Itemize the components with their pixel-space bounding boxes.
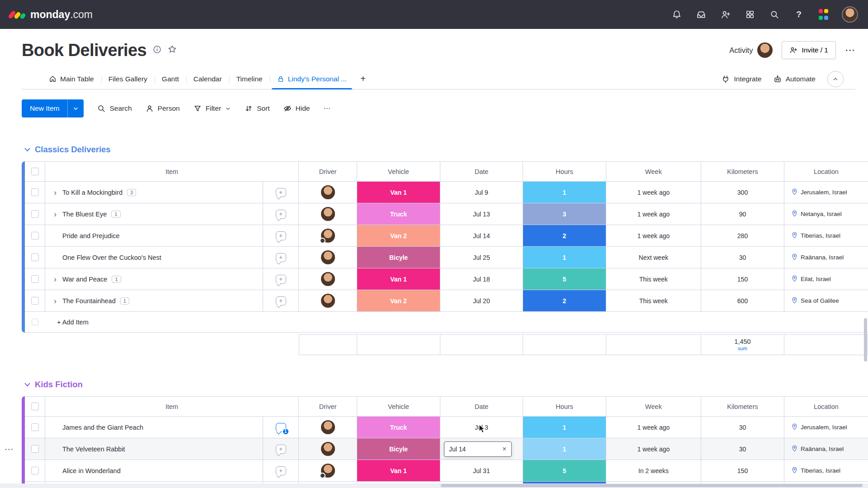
vehicle-label[interactable]: Van 2	[357, 225, 440, 246]
item-cell[interactable]: › The Bluest Eye 1	[45, 203, 263, 225]
kilometers-cell[interactable]: 300	[701, 182, 784, 203]
expand-subitems-icon[interactable]: ›	[51, 275, 60, 283]
vehicle-label[interactable]: Truck	[357, 203, 440, 225]
toolbar-more-icon[interactable]: ⋯	[324, 104, 331, 113]
tab-gantt[interactable]: Gantt	[155, 69, 186, 89]
row-checkbox[interactable]	[31, 423, 39, 431]
search-button[interactable]: Search	[97, 104, 132, 113]
driver-cell[interactable]	[299, 460, 357, 481]
add-update-icon[interactable]: +	[276, 275, 286, 284]
updates-cell[interactable]: +	[263, 438, 299, 460]
week-cell[interactable]: In 2 weeks	[606, 460, 701, 481]
kilometers-sum[interactable]: 1,450 sum	[734, 338, 750, 351]
driver-avatar[interactable]	[321, 250, 335, 264]
item-cell[interactable]: Alice in Wonderland	[45, 460, 263, 481]
hours-cell[interactable]: 1	[523, 182, 606, 203]
column-header-vehicle[interactable]: Vehicle	[357, 162, 440, 181]
hours-cell[interactable]: 1	[523, 247, 606, 268]
tab-files-gallery[interactable]: Files Gallery	[101, 69, 155, 89]
favorite-star-icon[interactable]	[168, 45, 177, 56]
kilometers-cell[interactable]: 150	[701, 268, 784, 290]
date-cell[interactable]: Jul 3	[440, 417, 523, 438]
column-header-item[interactable]: Item	[45, 162, 299, 181]
kilometers-cell[interactable]: 90	[701, 203, 784, 225]
group-collapse-icon[interactable]	[24, 383, 30, 387]
sort-button[interactable]: Sort	[245, 104, 269, 113]
hours-cell[interactable]: 1	[523, 438, 606, 460]
column-header-item[interactable]: Item	[45, 397, 299, 416]
week-cell[interactable]: 1 week ago	[606, 417, 701, 438]
hours-value[interactable]: 1	[523, 247, 606, 268]
add-item-row[interactable]: + Add Item	[25, 312, 868, 333]
expand-subitems-icon[interactable]: ›	[51, 188, 60, 197]
date-cell[interactable]: Jul 14 ✕	[440, 438, 523, 460]
updates-cell[interactable]: +	[263, 268, 299, 290]
add-update-icon[interactable]: +	[276, 466, 286, 475]
inbox-icon[interactable]	[695, 9, 707, 20]
week-cell[interactable]: 1 week ago	[606, 182, 701, 203]
week-cell[interactable]: This week	[606, 268, 701, 290]
close-icon[interactable]: ✕	[502, 446, 507, 452]
vehicle-cell[interactable]: Truck	[357, 417, 440, 438]
location-cell[interactable]: Jerusalem, Israel	[784, 417, 868, 438]
add-update-icon[interactable]: +	[276, 445, 286, 454]
driver-cell[interactable]	[299, 268, 357, 290]
hours-cell[interactable]: 1	[523, 417, 606, 438]
invite-button[interactable]: Invite / 1	[782, 41, 836, 59]
updates-cell[interactable]: 1	[263, 417, 299, 438]
location-cell[interactable]: Raänana, Israel	[784, 247, 868, 268]
new-item-button[interactable]: New Item	[22, 99, 84, 117]
collapse-header-button[interactable]	[827, 71, 844, 87]
row-checkbox[interactable]	[31, 232, 39, 239]
add-update-icon[interactable]: +	[276, 210, 286, 219]
vehicle-cell[interactable]: Van 1	[357, 268, 440, 290]
location-cell[interactable]: Eilat, Israel	[784, 268, 868, 290]
hours-value[interactable]: 1	[523, 438, 606, 460]
new-item-dropdown-icon[interactable]	[67, 99, 84, 117]
tab-lindys-personal[interactable]: Lindy's Personal ...	[270, 69, 354, 89]
driver-avatar[interactable]	[321, 229, 335, 243]
column-header-location[interactable]: Location	[784, 397, 868, 416]
expand-subitems-icon[interactable]: ›	[51, 297, 60, 305]
monday-logo[interactable]: monday.com	[10, 9, 93, 21]
vehicle-label[interactable]: Bicyle	[357, 438, 440, 460]
updates-cell[interactable]: +	[263, 247, 299, 268]
kilometers-cell[interactable]: 600	[701, 290, 784, 311]
tab-timeline[interactable]: Timeline	[229, 69, 270, 89]
products-switcher-icon[interactable]	[817, 9, 829, 20]
expand-subitems-icon[interactable]: ›	[51, 210, 60, 218]
search-icon[interactable]	[769, 9, 780, 20]
updates-cell[interactable]: +	[263, 290, 299, 311]
select-all-checkbox[interactable]	[31, 168, 39, 175]
item-cell[interactable]: James and the Giant Peach	[45, 417, 263, 438]
invite-members-icon[interactable]	[720, 9, 731, 20]
activity-button[interactable]: Activity	[729, 42, 773, 58]
add-update-icon[interactable]: +	[276, 253, 286, 262]
tab-calendar[interactable]: Calendar	[186, 69, 229, 89]
vehicle-cell[interactable]: Van 1	[357, 182, 440, 203]
location-cell[interactable]: Raänana, Israel	[784, 438, 868, 460]
driver-avatar[interactable]	[321, 185, 335, 199]
column-header-driver[interactable]: Driver	[299, 162, 357, 181]
location-cell[interactable]: Tiberias, Israel	[784, 460, 868, 481]
vehicle-cell[interactable]: Truck	[357, 203, 440, 225]
date-cell[interactable]: Jul 31	[440, 460, 523, 481]
kilometers-cell[interactable]: 30	[701, 417, 784, 438]
column-header-kilometers[interactable]: Kilometers	[701, 397, 784, 416]
date-cell[interactable]: Jul 14	[440, 225, 523, 246]
board-info-icon[interactable]	[153, 45, 161, 56]
vehicle-label[interactable]: Van 1	[357, 182, 440, 203]
kilometers-cell[interactable]: 30	[701, 438, 784, 460]
driver-cell[interactable]	[299, 438, 357, 460]
driver-avatar[interactable]	[321, 420, 335, 434]
add-item-cell[interactable]: + Add Item	[45, 312, 263, 332]
column-header-vehicle[interactable]: Vehicle	[357, 397, 440, 416]
vehicle-cell[interactable]: Van 2	[357, 290, 440, 311]
group-name[interactable]: Classics Deliveries	[35, 145, 111, 155]
integrate-button[interactable]: Integrate	[722, 75, 761, 83]
horizontal-scrollbar-thumb[interactable]	[441, 484, 863, 487]
week-cell[interactable]: This week	[606, 290, 701, 311]
row-checkbox[interactable]	[31, 253, 39, 261]
row-checkbox[interactable]	[31, 467, 39, 474]
hours-cell[interactable]: 2	[523, 225, 606, 246]
